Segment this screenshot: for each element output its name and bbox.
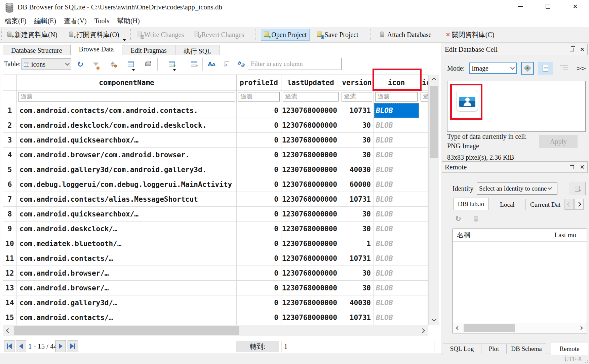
menu-file[interactable]: 檔案(F) [2,15,31,27]
cell-version[interactable]: 10731 [340,192,374,206]
cell-icon[interactable]: BLOB [374,192,419,206]
cell-clipped[interactable] [419,295,428,310]
cell-componentname[interactable]: com.android.contacts/… [17,310,237,325]
cell-lastupdated[interactable]: 1230768000000 [281,192,340,206]
cell-version[interactable]: 10731 [340,310,374,325]
remote-tab-local[interactable]: Local [489,199,526,210]
cell-version[interactable]: 30 [340,281,374,295]
print-button[interactable] [143,58,154,70]
cell-profileid[interactable]: 0 [237,266,281,280]
cell-clipped[interactable] [419,221,428,236]
apply-button[interactable]: Apply [539,135,578,148]
cell-version[interactable]: 30 [340,148,374,162]
filter-input-lastupdated[interactable] [283,92,339,102]
cell-componentname[interactable]: com.android.quicksearchbox/… [17,133,237,147]
minimize-button[interactable] [513,1,528,12]
auto-switch-mode-button[interactable] [521,62,534,75]
remote-list-scrollbar[interactable] [453,323,587,333]
cell-profileid[interactable]: 0 [237,251,281,266]
cell-clipped[interactable] [419,310,428,325]
horizontal-scroll-thumb[interactable] [14,326,239,335]
cell-profileid[interactable]: 0 [237,133,281,147]
cell-profileid[interactable]: 0 [237,118,281,132]
row-number[interactable]: 10 [3,236,17,251]
word-wrap-button[interactable] [558,63,570,74]
scroll-right-button[interactable] [417,325,428,336]
filter-input-profileid[interactable] [238,92,280,102]
menu-tools[interactable]: Tools [92,16,114,26]
cell-lastupdated[interactable]: 1230768000000 [281,207,340,221]
cell-componentname[interactable]: com.android.gallery3d/… [17,295,237,310]
cell-version[interactable]: 30 [340,133,374,147]
cell-clipped[interactable] [419,133,428,147]
cell-profileid[interactable]: 0 [237,295,281,310]
cell-profileid[interactable]: 0 [237,177,281,192]
table-selector[interactable]: icons [22,58,71,70]
cell-clipped[interactable] [419,148,428,162]
mode-selector[interactable]: Image [469,63,517,74]
cell-lastupdated[interactable]: 1230768000000 [281,103,340,118]
insert-record-dropdown[interactable] [173,69,176,71]
cell-clipped[interactable] [419,103,428,118]
dock-tab-db-schema[interactable]: DB Schema [507,343,546,354]
dock-tab-sql-log[interactable]: SQL Log [443,343,481,354]
row-number[interactable]: 14 [3,295,17,310]
row-number[interactable]: 5 [3,162,17,177]
close-database-button[interactable]: ✕ 關閉資料庫(C) [443,29,497,41]
cell-lastupdated[interactable]: 1230768000000 [281,251,340,266]
filter-input-version[interactable] [342,92,372,102]
last-record-button[interactable] [68,340,78,352]
cell-componentname[interactable]: com.android.quicksearchbox/… [17,207,237,221]
row-number[interactable]: 2 [3,118,17,132]
cell-icon[interactable]: BLOB [374,133,419,147]
row-number[interactable]: 13 [3,281,17,295]
corner-header[interactable] [3,75,17,90]
open-database-button[interactable]: ▸ 打開資料庫(O) [66,29,122,41]
encoding-indicator[interactable]: UTF-8 [564,356,582,363]
revert-changes-button[interactable]: ↺ Revert Changes [191,29,247,40]
cell-lastupdated[interactable]: 1230768000000 [281,310,340,325]
cell-componentname[interactable]: com.android.browser/com.android.browser. [17,148,237,162]
cell-componentname[interactable]: com.android.contacts/com.android.contact… [17,103,237,118]
save-project-button[interactable]: ▣ Save Project [314,29,361,40]
first-record-button[interactable] [4,340,14,352]
cell-profileid[interactable]: 0 [237,221,281,236]
close-panel-icon[interactable]: ✕ [580,47,585,52]
cell-lastupdated[interactable]: 1230768000000 [281,295,340,310]
title-bar[interactable]: DB Browser for SQLite - C:\Users\awinh\O… [0,0,589,15]
tab-browse-data[interactable]: Browse Data [71,44,122,55]
cell-version[interactable]: 1 [340,236,374,251]
save-table-button[interactable] [125,58,136,70]
cell-profileid[interactable]: 0 [237,207,281,221]
scroll-right-button[interactable] [577,323,585,333]
cell-icon[interactable]: BLOB [374,310,419,325]
cell-version[interactable]: 30 [340,266,374,280]
cell-icon[interactable]: BLOB [374,177,419,192]
cell-lastupdated[interactable]: 1230768000000 [281,148,340,162]
scroll-thumb[interactable] [464,324,515,332]
identity-selector[interactable]: Select an identity to conne [477,183,557,195]
remote-list-header-name[interactable]: 名稱 [453,231,470,240]
scroll-left-button[interactable] [3,325,14,336]
cell-version[interactable]: 30 [340,118,374,132]
cell-icon[interactable]: BLOB [374,281,419,295]
clear-sorting-button[interactable] [107,58,118,70]
cell-profileid[interactable]: 0 [237,281,281,295]
cell-clipped[interactable] [419,207,428,221]
row-number[interactable]: 7 [3,192,17,206]
previous-record-button[interactable] [16,340,26,352]
remote-refresh-button[interactable]: ↻ [453,213,464,224]
cell-icon[interactable]: BLOB [374,162,419,177]
font-format-button[interactable]: AA [206,58,217,70]
row-number[interactable]: 6 [3,177,17,192]
toolbar-handle[interactable] [1,30,3,40]
cell-componentname[interactable]: com.android.browser/… [17,281,237,295]
cell-version[interactable]: 40030 [340,295,374,310]
cell-clipped[interactable] [419,251,428,266]
tab-scroll-right-button[interactable] [574,199,584,210]
cell-profileid[interactable]: 0 [237,310,281,325]
cell-clipped[interactable] [419,192,428,206]
cell-icon[interactable]: BLOB [374,118,419,132]
toolbar-overflow-button[interactable]: >> [575,63,586,74]
cell-version[interactable]: 30 [340,207,374,221]
